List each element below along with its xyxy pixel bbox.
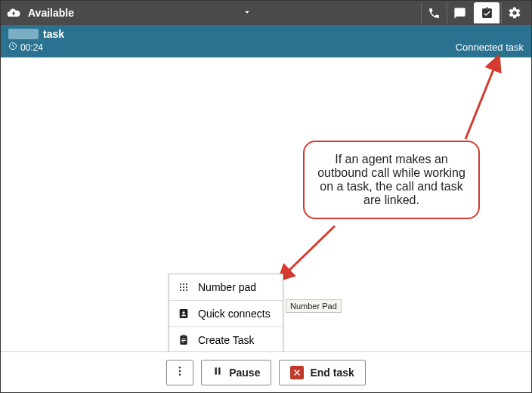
task-id-redacted [8,29,39,39]
svg-point-13 [182,311,184,314]
pause-icon [212,366,223,379]
svg-point-17 [179,367,181,368]
popup-quick-connects[interactable]: Quick connects [169,301,283,327]
cloud-icon [5,5,22,21]
task-tab-icon[interactable] [474,2,500,23]
end-task-button[interactable]: End task [279,360,365,385]
svg-point-6 [180,286,181,288]
agent-status[interactable]: Available [28,7,74,19]
svg-point-18 [179,370,181,372]
svg-line-1 [466,62,496,139]
end-task-label: End task [310,367,354,379]
task-status: Connected task [456,42,524,53]
task-bar: task 00:24 Connected task [1,25,531,57]
annotation-arrow-up [462,54,507,145]
popup-item-label: Create Task [198,334,254,346]
pause-label: Pause [229,367,260,379]
svg-rect-15 [181,340,185,341]
svg-point-19 [179,373,181,375]
main-area: If an agent makes an outbound call while… [1,57,531,351]
settings-icon[interactable] [501,2,527,23]
svg-point-3 [180,283,181,285]
popup-item-label: Number pad [198,281,256,293]
svg-point-5 [186,283,187,285]
svg-rect-14 [181,339,185,339]
svg-point-11 [186,289,187,291]
svg-point-10 [183,289,184,291]
svg-rect-21 [218,367,220,374]
pause-button[interactable]: Pause [201,360,271,385]
svg-rect-16 [181,342,184,342]
svg-line-2 [283,226,335,276]
contacts-icon [177,307,190,320]
more-actions-button[interactable] [166,360,193,385]
tooltip: Number Pad [286,299,342,313]
svg-point-7 [183,286,184,288]
clock-icon [8,42,17,53]
task-timer: 00:24 [20,42,43,53]
close-icon [290,366,304,379]
svg-point-8 [186,286,187,288]
action-popup: Number pad Quick connects Create Task [169,274,283,354]
dialpad-icon [177,280,190,294]
phone-icon[interactable] [421,2,447,23]
status-dropdown[interactable] [74,7,421,20]
popup-create-task[interactable]: Create Task [169,327,283,353]
top-header: Available [1,1,531,25]
clipboard-icon [177,333,190,347]
chat-icon[interactable] [447,2,472,23]
popup-number-pad[interactable]: Number pad [169,274,283,301]
kebab-icon [174,365,186,379]
header-actions [421,2,527,23]
task-name: task [43,28,64,40]
svg-point-9 [180,289,181,291]
annotation-callout: If an agent makes an outbound call while… [303,141,480,219]
svg-point-4 [183,283,184,285]
popup-item-label: Quick connects [198,308,271,320]
footer-controls: Pause End task [1,351,531,392]
svg-rect-20 [215,367,217,374]
chevron-down-icon [242,7,252,20]
